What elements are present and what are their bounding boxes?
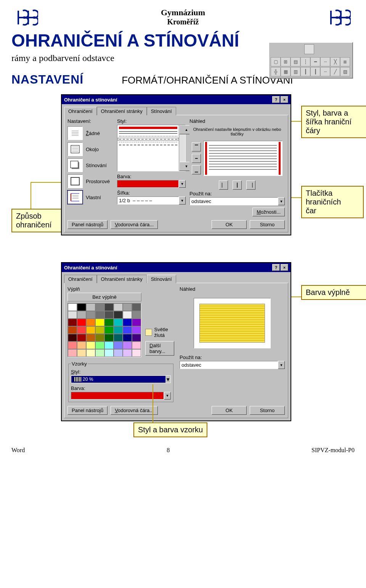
close-button[interactable]: × bbox=[281, 96, 288, 103]
palette-swatch[interactable] bbox=[132, 319, 141, 326]
palette-swatch[interactable] bbox=[104, 334, 114, 342]
palette-swatch[interactable] bbox=[104, 342, 114, 349]
palette-swatch[interactable] bbox=[132, 349, 141, 357]
palette-swatch[interactable] bbox=[123, 349, 132, 357]
palette-swatch[interactable] bbox=[86, 319, 95, 326]
close-button[interactable]: × bbox=[281, 264, 288, 271]
palette-swatch[interactable] bbox=[132, 303, 141, 311]
palette-swatch[interactable] bbox=[77, 342, 86, 349]
palette-swatch[interactable] bbox=[123, 311, 132, 319]
toolbar-border-icon[interactable]: ╳ bbox=[330, 57, 340, 66]
palette-swatch[interactable] bbox=[86, 303, 95, 311]
palette-swatch[interactable] bbox=[77, 311, 86, 319]
cancel-button[interactable]: Storno bbox=[250, 220, 285, 229]
edge-right-button[interactable]: ▕ bbox=[246, 180, 255, 190]
palette-swatch[interactable] bbox=[86, 349, 95, 357]
palette-swatch[interactable] bbox=[68, 319, 77, 326]
palette-swatch[interactable] bbox=[86, 311, 95, 319]
palette-swatch[interactable] bbox=[86, 326, 95, 334]
tab-stinovani[interactable]: Stínování bbox=[147, 107, 176, 115]
palette-swatch[interactable] bbox=[123, 326, 132, 334]
cancel-button2[interactable]: Storno bbox=[250, 406, 285, 415]
palette-swatch[interactable] bbox=[68, 303, 77, 311]
palette-swatch[interactable] bbox=[95, 334, 104, 342]
toolbar-border-icon[interactable]: ┃ bbox=[310, 67, 320, 76]
palette-swatch[interactable] bbox=[123, 334, 132, 342]
option-shadow[interactable]: Stínování bbox=[67, 158, 113, 172]
ok-button2[interactable]: OK bbox=[212, 406, 247, 415]
palette-swatch[interactable] bbox=[114, 311, 123, 319]
dialog-titlebar[interactable]: Ohraničení a stínování ? × bbox=[62, 95, 291, 104]
palette-swatch[interactable] bbox=[114, 326, 123, 334]
chevron-down-icon[interactable]: ▼ bbox=[278, 361, 285, 369]
palette-swatch[interactable] bbox=[86, 334, 95, 342]
palette-swatch[interactable] bbox=[114, 334, 123, 342]
palette-swatch[interactable] bbox=[104, 319, 114, 326]
toolbar-border-icon[interactable]: ┄ bbox=[320, 67, 330, 76]
tab-stinovani[interactable]: Stínování bbox=[147, 275, 176, 283]
palette-swatch[interactable] bbox=[132, 334, 141, 342]
color-palette[interactable] bbox=[67, 303, 141, 357]
palette-swatch[interactable] bbox=[95, 319, 104, 326]
horizontal-line-button2[interactable]: Vodorovná čára... bbox=[111, 406, 158, 415]
toolbar-border-icon[interactable]: ≣ bbox=[340, 57, 350, 66]
toolbar-border-icon[interactable]: ⊞ bbox=[281, 57, 291, 66]
apply-to-dropdown2[interactable]: odstavec ▼ bbox=[180, 361, 285, 369]
ok-button[interactable]: OK bbox=[212, 220, 247, 229]
chevron-down-icon[interactable]: ▼ bbox=[179, 197, 186, 205]
toolbar-button2[interactable]: Panel nástrojů bbox=[67, 406, 108, 415]
palette-swatch[interactable] bbox=[123, 303, 132, 311]
width-dropdown[interactable]: 1/2 b – – – – – ▼ bbox=[117, 197, 186, 205]
option-none[interactable]: Žádné bbox=[67, 126, 113, 140]
toolbar-border-icon[interactable]: ▤ bbox=[291, 57, 300, 66]
palette-swatch[interactable] bbox=[77, 303, 86, 311]
toolbar-border-icon[interactable]: ┃ bbox=[300, 67, 310, 76]
palette-swatch[interactable] bbox=[114, 303, 123, 311]
tab-ohraniceni-stranky[interactable]: Ohraničení stránky bbox=[97, 107, 147, 115]
pattern-color-dropdown[interactable]: ▼ bbox=[71, 392, 171, 400]
toolbar-border-icon[interactable]: ▢ bbox=[271, 57, 281, 66]
palette-swatch[interactable] bbox=[104, 349, 114, 357]
palette-swatch[interactable] bbox=[132, 326, 141, 334]
tab-ohraniceni[interactable]: Ohraničení bbox=[64, 275, 97, 283]
toolbar-border-icon[interactable]: ╬ bbox=[271, 67, 281, 76]
toolbar-border-icon[interactable]: ▦ bbox=[281, 67, 291, 76]
palette-swatch[interactable] bbox=[114, 319, 123, 326]
color-dropdown[interactable]: ▼ bbox=[117, 180, 186, 188]
palette-swatch[interactable] bbox=[68, 311, 77, 319]
dialog-titlebar[interactable]: Ohraničení a stínování ? × bbox=[62, 263, 291, 272]
toolbar-outer-border-icon[interactable] bbox=[304, 44, 314, 54]
no-fill-option[interactable]: Bez výplně bbox=[67, 293, 141, 301]
toolbar-border-icon[interactable]: ▥ bbox=[291, 67, 300, 76]
palette-swatch[interactable] bbox=[95, 342, 104, 349]
edge-top-button[interactable]: ▔ bbox=[192, 142, 201, 151]
edge-vmid-button[interactable]: ┃ bbox=[233, 180, 242, 190]
chevron-down-icon[interactable]: ▼ bbox=[278, 197, 285, 205]
palette-swatch[interactable] bbox=[114, 349, 123, 357]
palette-swatch[interactable] bbox=[77, 319, 86, 326]
palette-swatch[interactable] bbox=[95, 349, 104, 357]
toolbar-border-icon[interactable]: ┄ bbox=[320, 57, 330, 66]
chevron-down-icon[interactable]: ▼ bbox=[164, 392, 171, 400]
palette-swatch[interactable] bbox=[77, 334, 86, 342]
palette-swatch[interactable] bbox=[104, 311, 114, 319]
palette-swatch[interactable] bbox=[68, 349, 77, 357]
palette-swatch[interactable] bbox=[123, 319, 132, 326]
palette-swatch[interactable] bbox=[132, 342, 141, 349]
toolbar-border-icon[interactable]: ╱ bbox=[330, 67, 340, 76]
palette-swatch[interactable] bbox=[104, 303, 114, 311]
palette-swatch[interactable] bbox=[95, 303, 104, 311]
palette-swatch[interactable] bbox=[104, 326, 114, 334]
palette-swatch[interactable] bbox=[68, 326, 77, 334]
chevron-down-icon[interactable]: ▼ bbox=[179, 180, 186, 188]
palette-swatch[interactable] bbox=[86, 342, 95, 349]
option-custom[interactable]: Vlastní bbox=[67, 190, 113, 204]
palette-swatch[interactable] bbox=[68, 334, 77, 342]
pattern-style-dropdown[interactable]: 20 % ▼ bbox=[71, 375, 171, 383]
toolbar-border-icon[interactable]: ▨ bbox=[340, 67, 350, 76]
option-3d[interactable]: Prostorové bbox=[67, 174, 113, 188]
palette-swatch[interactable] bbox=[114, 342, 123, 349]
style-listbox[interactable]: ▲ ▼ bbox=[117, 125, 186, 171]
toolbar-button[interactable]: Panel nástrojů bbox=[67, 220, 108, 229]
chevron-down-icon[interactable]: ▼ bbox=[165, 377, 170, 382]
